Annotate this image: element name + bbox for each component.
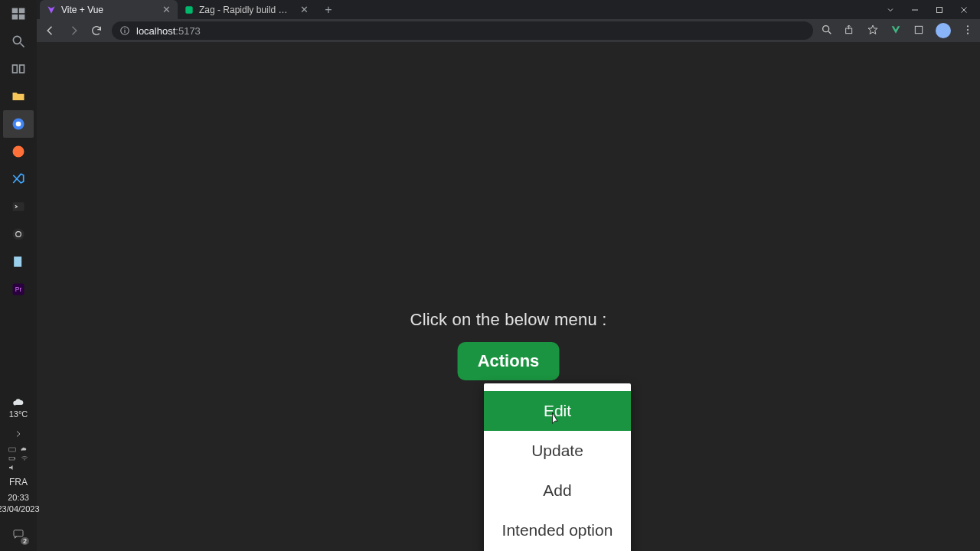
reload-icon — [90, 24, 103, 37]
new-tab-button[interactable]: + — [318, 1, 338, 19]
extensions-button[interactable] — [913, 24, 925, 38]
svg-point-27 — [823, 25, 829, 31]
actions-trigger-button[interactable]: Actions — [458, 342, 560, 380]
menu-item-update[interactable]: Update — [484, 431, 631, 471]
wifi-icon — [20, 454, 29, 463]
profile-avatar[interactable] — [936, 23, 951, 38]
chrome-menu-button[interactable] — [962, 24, 974, 38]
firefox-icon — [11, 144, 26, 159]
svg-rect-20 — [14, 530, 23, 536]
tray-row-1[interactable] — [0, 445, 37, 454]
svg-rect-19 — [15, 458, 15, 460]
page-content: Click on the below menu : Actions — [410, 310, 607, 380]
arrow-left-icon — [44, 24, 57, 37]
tray-row-3[interactable] — [0, 463, 37, 472]
svg-point-12 — [13, 229, 24, 240]
tray-row-2[interactable] — [0, 454, 37, 463]
clock[interactable]: 20:33 23/04/2023 — [0, 492, 40, 514]
obs-app[interactable] — [3, 220, 34, 248]
share-button[interactable] — [844, 24, 856, 38]
svg-rect-0 — [12, 8, 18, 14]
zoom-icon — [821, 24, 833, 36]
window-controls — [874, 0, 980, 19]
windows-icon — [11, 6, 26, 21]
chevron-down-icon — [886, 5, 895, 15]
clock-date: 23/04/2023 — [0, 504, 40, 514]
svg-point-32 — [967, 28, 969, 30]
chrome-app[interactable] — [3, 110, 34, 138]
svg-rect-1 — [19, 8, 25, 14]
svg-rect-18 — [9, 458, 15, 461]
lang-indicator[interactable]: FRA — [9, 477, 28, 487]
file-explorer[interactable] — [3, 83, 34, 110]
close-icon — [959, 5, 969, 15]
tab-strip: Vite + Vue ✕ Zag - Rapidly build UI comp… — [37, 0, 980, 19]
vite-favicon — [46, 5, 57, 15]
firefox-app[interactable] — [3, 138, 34, 165]
tab-close[interactable]: ✕ — [299, 5, 309, 15]
search-tabs-button[interactable] — [885, 5, 896, 15]
menu-item-add[interactable]: Add — [484, 471, 631, 510]
svg-rect-2 — [12, 15, 18, 20]
svg-point-31 — [967, 25, 969, 27]
site-info-button[interactable] — [119, 25, 130, 36]
tab-title: Zag - Rapidly build UI compone — [199, 5, 294, 15]
svg-rect-14 — [14, 256, 21, 266]
zoom-button[interactable] — [821, 24, 833, 38]
tab-vite-vue[interactable]: Vite + Vue ✕ — [40, 0, 178, 19]
tray-expand[interactable] — [0, 423, 37, 445]
search-button[interactable] — [3, 28, 34, 55]
terminal-icon — [11, 199, 26, 214]
svg-point-33 — [967, 32, 969, 34]
prompt-text: Click on the below menu : — [410, 310, 607, 330]
url-host: localhost — [136, 25, 175, 37]
browser-toolbar: localhost:5173 — [37, 19, 980, 42]
notes-app[interactable] — [3, 248, 34, 276]
cloud-icon — [11, 396, 25, 409]
extension-vue-devtools[interactable] — [890, 24, 902, 38]
windows-taskbar: Pr 13°C FRA 20:33 23/04/2023 2 — [0, 0, 37, 551]
back-button[interactable] — [43, 23, 58, 38]
terminal-app[interactable] — [3, 193, 34, 220]
chrome-window: Vite + Vue ✕ Zag - Rapidly build UI comp… — [37, 0, 980, 551]
minimize-button[interactable] — [910, 5, 920, 15]
tab-title: Vite + Vue — [61, 5, 156, 15]
svg-rect-30 — [915, 26, 922, 33]
weather-widget[interactable]: 13°C — [9, 396, 28, 419]
folder-icon — [11, 89, 26, 104]
tab-close[interactable]: ✕ — [161, 5, 172, 15]
svg-point-9 — [16, 122, 21, 127]
vscode-icon — [11, 171, 26, 187]
bookmark-button[interactable] — [867, 24, 879, 38]
task-view-button[interactable] — [3, 55, 34, 83]
address-bar[interactable]: localhost:5173 — [112, 21, 813, 40]
star-icon — [867, 24, 879, 36]
premiere-icon: Pr — [11, 282, 26, 297]
maximize-button[interactable] — [934, 5, 945, 15]
obs-icon — [11, 227, 26, 242]
start-button[interactable] — [3, 0, 34, 28]
forward-button[interactable] — [66, 23, 81, 38]
svg-rect-17 — [9, 448, 16, 452]
info-icon — [119, 25, 130, 36]
menu-item-intended-option[interactable]: Intended option — [484, 510, 631, 550]
reload-button[interactable] — [89, 23, 104, 38]
svg-point-4 — [13, 36, 21, 44]
url-port: :5173 — [175, 25, 201, 37]
toolbar-right — [821, 23, 974, 38]
vscode-app[interactable] — [3, 165, 34, 193]
tab-zag[interactable]: Zag - Rapidly build UI compone ✕ — [178, 0, 315, 19]
puzzle-icon — [913, 24, 925, 36]
close-window-button[interactable] — [959, 5, 969, 15]
kebab-icon — [962, 24, 974, 36]
search-icon — [11, 34, 26, 49]
notifications-button[interactable]: 2 — [3, 520, 34, 548]
menu-item-edit[interactable]: Edit — [484, 391, 631, 431]
svg-rect-6 — [13, 65, 18, 73]
url-text: localhost:5173 — [136, 25, 201, 37]
arrow-right-icon — [67, 24, 80, 37]
svg-rect-3 — [19, 15, 25, 20]
taskview-icon — [11, 61, 26, 77]
premiere-app[interactable]: Pr — [3, 276, 34, 303]
svg-point-10 — [13, 146, 24, 158]
